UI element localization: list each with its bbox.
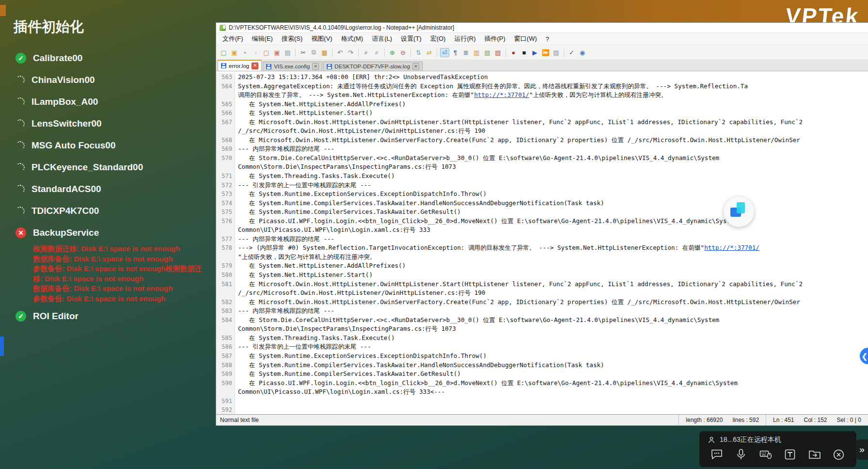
line-number[interactable]: 566 [216, 109, 235, 118]
line-number[interactable]: 578 [216, 243, 235, 253]
function-list-icon[interactable]: ▥ [472, 48, 481, 57]
line-number[interactable]: 583 [216, 307, 235, 316]
zoom-out-icon[interactable]: ⊖ [398, 48, 408, 57]
menu-item-3[interactable]: 视图(V) [307, 34, 336, 43]
line-number[interactable]: 587 [216, 352, 235, 361]
remote-toolbar-expander[interactable]: » [856, 439, 868, 460]
menu-item-6[interactable]: 设置(T) [396, 34, 426, 43]
line-number[interactable]: 575 [216, 208, 235, 217]
line-number[interactable]: 589 [216, 370, 235, 379]
tab-close-icon[interactable]: ✕ [412, 63, 419, 70]
line-number[interactable]: 588 [216, 361, 235, 370]
line-number[interactable]: 573 [216, 190, 235, 199]
text-tool-icon[interactable] [783, 448, 797, 461]
macro-play-icon[interactable]: ▶ [530, 48, 539, 57]
macro-stop-icon[interactable]: ■ [520, 48, 529, 57]
microphone-icon[interactable] [734, 448, 748, 461]
close-all-icon[interactable]: ▣ [272, 48, 282, 57]
cut-icon[interactable]: ✂ [299, 48, 308, 57]
macro-run-multiple-icon[interactable]: ⏩ [541, 48, 550, 57]
show-all-characters-icon[interactable]: ¶ [451, 48, 460, 57]
line-number[interactable]: 574 [216, 199, 235, 208]
url-link[interactable]: http://*:37701/ [474, 91, 529, 98]
line-number[interactable] [216, 324, 235, 334]
line-number[interactable]: 564 [216, 82, 235, 91]
line-number[interactable]: 585 [216, 334, 235, 343]
print-icon[interactable]: ▤ [283, 48, 292, 57]
menu-item-1[interactable]: 编辑(E) [248, 34, 277, 43]
tab-close-icon[interactable]: ✕ [252, 63, 258, 69]
line-number[interactable]: 569 [216, 145, 235, 154]
paste-icon[interactable]: ▦ [320, 48, 329, 57]
line-number[interactable]: 584 [216, 316, 235, 325]
line-number[interactable]: 590 [216, 379, 235, 388]
line-number[interactable] [216, 162, 235, 172]
macro-record-icon[interactable]: ● [509, 48, 518, 57]
line-number[interactable]: 592 [216, 405, 235, 414]
menu-item-11[interactable]: ? [541, 35, 553, 43]
line-number[interactable]: 579 [216, 261, 235, 271]
new-file-icon[interactable]: ▢ [219, 48, 228, 57]
line-number[interactable]: 567 [216, 118, 235, 127]
url-link[interactable]: http://*:37701/ [704, 244, 759, 251]
replace-icon[interactable]: ⌕ [372, 48, 381, 57]
tab-close-icon[interactable]: ✕ [312, 63, 319, 70]
document-map-icon[interactable]: ▧ [483, 48, 492, 57]
file-transfer-icon[interactable] [808, 448, 821, 461]
menu-item-10[interactable]: 窗口(W) [510, 34, 541, 43]
save-all-icon[interactable]: ▫ [251, 48, 260, 57]
copy-icon[interactable]: ⧉ [309, 48, 318, 57]
macro-save-icon[interactable]: ▤ [552, 48, 561, 57]
zoom-in-icon[interactable]: ⊕ [388, 48, 397, 57]
editor-area[interactable]: 5632025-07-23 15:13:17.364 +08:00 [ERR] … [216, 71, 868, 414]
redo-icon[interactable]: ↷ [346, 48, 355, 57]
menu-item-5[interactable]: 语言(L) [367, 34, 396, 43]
menu-item-0[interactable]: 文件(F) [218, 34, 248, 43]
line-number[interactable] [216, 127, 235, 136]
indent-guide-icon[interactable]: ≣ [461, 48, 471, 57]
line-number[interactable]: 571 [216, 172, 235, 181]
tab-desktop-ddf7vfp-slow-log[interactable]: DESKTOP-DDF7VFP-slow.log✕ [323, 62, 423, 71]
line-number[interactable] [216, 289, 235, 298]
menu-item-7[interactable]: 宏(O) [426, 34, 450, 43]
line-number[interactable]: 563 [216, 73, 235, 82]
line-number[interactable]: 568 [216, 136, 235, 145]
tab-vis-exe-config[interactable]: VIS.exe.config✕ [263, 62, 322, 71]
line-number[interactable]: 570 [216, 154, 235, 163]
find-icon[interactable]: ⌕ [362, 48, 371, 57]
menu-item-4[interactable]: 格式(M) [337, 34, 368, 43]
line-number[interactable] [216, 91, 235, 100]
close-icon[interactable]: ▢ [262, 48, 271, 57]
line-number[interactable]: 572 [216, 181, 235, 190]
word-wrap-icon[interactable]: ⏎ [440, 48, 449, 57]
undo-icon[interactable]: ↶ [335, 48, 345, 57]
line-number[interactable] [216, 388, 235, 397]
remote-app-floating-badge[interactable] [724, 196, 754, 227]
close-session-icon[interactable] [832, 448, 846, 461]
line-number[interactable] [216, 226, 235, 235]
line-number[interactable]: 582 [216, 298, 235, 307]
open-file-icon[interactable]: ▣ [230, 48, 239, 57]
tab-error-log[interactable]: error.log✕ [218, 60, 262, 71]
line-number[interactable] [216, 253, 235, 262]
line-number[interactable]: 581 [216, 280, 235, 289]
save-icon[interactable]: ▪ [240, 48, 250, 57]
spell-check-icon[interactable]: ✓ [567, 48, 576, 57]
window-titlebar[interactable]: D:\VPTEKSOFTWARE\VIS\VIS_4.4.0.10409\Log… [216, 23, 868, 33]
menu-item-2[interactable]: 搜索(S) [277, 34, 307, 43]
sync-horizontal-icon[interactable]: ⇄ [425, 48, 434, 57]
menu-item-9[interactable]: 插件(P) [480, 34, 509, 43]
chat-icon[interactable] [710, 448, 724, 461]
line-number[interactable]: 576 [216, 217, 235, 226]
line-number[interactable]: 577 [216, 235, 235, 244]
document-monitor-icon[interactable]: ◉ [578, 48, 587, 57]
line-number[interactable]: 586 [216, 342, 235, 352]
line-number[interactable]: 591 [216, 397, 235, 406]
menu-item-8[interactable]: 运行(R) [450, 34, 480, 43]
status-cursor-position[interactable]: Ln : 451 Col : 152 Sel : 0 | 0 [766, 415, 868, 425]
line-number[interactable]: 565 [216, 100, 235, 109]
line-number[interactable]: 580 [216, 271, 235, 280]
sync-vertical-icon[interactable]: ⇅ [414, 48, 423, 57]
document-switcher-icon[interactable]: ▨ [493, 48, 503, 57]
keyboard-mouse-icon[interactable] [759, 448, 773, 461]
